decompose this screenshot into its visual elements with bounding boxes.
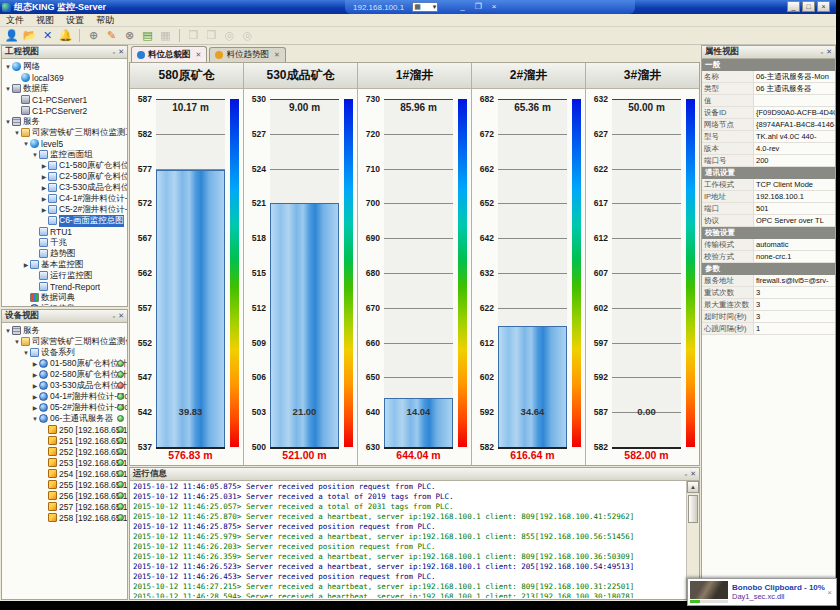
tree-expander-icon[interactable]: ▶: [40, 184, 48, 191]
tree-expander-icon[interactable]: ▶: [22, 261, 30, 268]
project-tree-item[interactable]: RTU1: [4, 226, 127, 237]
property-section[interactable]: 参数: [702, 263, 835, 275]
tree-expander-icon[interactable]: ▶: [31, 382, 39, 389]
project-tree-item[interactable]: ▶C4-1#溜井料位计-Mon: [4, 193, 127, 204]
menu-item-设置[interactable]: 设置: [66, 14, 84, 27]
device-tree-item[interactable]: 255 [192.168.65.15]: [4, 479, 127, 490]
project-tree-item[interactable]: ▼司家营铁矿三期料位监测工程-: [4, 127, 127, 138]
device-tree-item[interactable]: 252 [192.168.65.12]: [4, 446, 127, 457]
property-row[interactable]: 端口501: [702, 203, 835, 215]
tree-expander-icon[interactable]: ▼: [4, 64, 12, 70]
device-tree-item[interactable]: ▶01-580原矿仓料位计-Mon: [4, 358, 127, 369]
scroll-thumb[interactable]: [688, 495, 698, 523]
property-section[interactable]: 一般: [702, 59, 835, 71]
tree-expander-icon[interactable]: ▶: [31, 371, 39, 378]
property-row[interactable]: 超时时间(秒)3: [702, 311, 835, 323]
save-icon[interactable]: ▦: [158, 28, 173, 43]
device-tree-item[interactable]: 258 [192.168.65.18]: [4, 512, 127, 523]
notification-popup[interactable]: Bonobo Clipboard - 10% Day1_sec.xc.dll ×: [687, 578, 837, 606]
menu-item-文件[interactable]: 文件: [6, 14, 24, 27]
tree-expander-icon[interactable]: ▼: [31, 416, 39, 422]
project-tree-item[interactable]: C1-PCServer2: [4, 105, 127, 116]
panel-pin-icon[interactable]: ▫: [113, 49, 115, 56]
property-row[interactable]: 协议OPC Server over TL: [702, 215, 835, 227]
tab-料位趋势图[interactable]: 料位趋势图✕: [209, 47, 285, 62]
project-tree-item[interactable]: Trend-Report: [4, 281, 127, 292]
property-section[interactable]: 校验设置: [702, 227, 835, 239]
tab-close-icon[interactable]: ✕: [196, 51, 202, 59]
project-tree-item[interactable]: ▼数据库: [4, 83, 127, 94]
project-tree-item[interactable]: ▼level5: [4, 138, 127, 149]
user-connect-icon[interactable]: 👤: [4, 28, 19, 43]
edit-icon[interactable]: ✎: [104, 28, 119, 43]
device-tree-item[interactable]: 257 [192.168.65.17]: [4, 501, 127, 512]
project-tree-item[interactable]: ▼监控画面组: [4, 149, 127, 160]
device-tree-item[interactable]: ▼设备系列: [4, 347, 127, 358]
project-tree-item[interactable]: 数据词典: [4, 292, 127, 303]
tab-close-icon[interactable]: ✕: [274, 51, 280, 59]
device-tree-item[interactable]: ▼服务: [4, 325, 127, 336]
close-project-icon[interactable]: ✕: [40, 28, 55, 43]
tab-料位总貌图[interactable]: 料位总貌图✕: [131, 46, 207, 62]
mdi-close-button[interactable]: ×: [492, 3, 497, 11]
menu-item-帮助[interactable]: 帮助: [96, 14, 114, 27]
device-tree-item[interactable]: ▼司家营铁矿三期料位监测仪-: [4, 336, 127, 347]
property-row[interactable]: 型号TK.ahl v4.0C 440-: [702, 131, 835, 143]
panel-close-icon[interactable]: ✕: [118, 48, 124, 56]
project-tree-item[interactable]: local369: [4, 72, 127, 83]
remove-icon[interactable]: ⊗: [122, 28, 137, 43]
tree-expander-icon[interactable]: ▼: [22, 350, 30, 356]
device-tree-item[interactable]: ▶03-530成品仓料位计-Mon: [4, 380, 127, 391]
tree-expander-icon[interactable]: ▶: [40, 195, 48, 202]
tree-expander-icon[interactable]: ▶: [40, 173, 48, 180]
project-tree-item[interactable]: ▶C2-580原矿仓料位计-Mon: [4, 171, 127, 182]
project-tree-item[interactable]: ▶C5-2#溜井料位计-Mon: [4, 204, 127, 215]
tree-expander-icon[interactable]: ▼: [22, 141, 30, 147]
project-tree-item[interactable]: C6-画面监控总图: [4, 215, 127, 226]
title-bar[interactable]: 组态KING 监控-Server 192.168.100.1 ▦▾ _ ❐ × …: [0, 0, 836, 14]
project-tree-item[interactable]: C1-PCServer1: [4, 94, 127, 105]
popup-close-icon[interactable]: ×: [827, 588, 832, 597]
scroll-up-icon[interactable]: ▲: [687, 481, 699, 493]
tree-expander-icon[interactable]: ▶: [40, 162, 48, 169]
mdi-restore-button[interactable]: ❐: [475, 3, 482, 11]
property-row[interactable]: 名称06-主通讯服务器-Mon: [702, 71, 835, 83]
run-icon[interactable]: ◎: [222, 28, 237, 43]
property-row[interactable]: 类型06 主通讯服务器: [702, 83, 835, 95]
project-tree-item[interactable]: ▶C1-580原矿仓料位计-Mon: [4, 160, 127, 171]
add-icon[interactable]: ⊕: [86, 28, 101, 43]
monitor1-icon[interactable]: ❒: [186, 28, 201, 43]
device-tree-item[interactable]: ▼06-主通讯服务器: [4, 413, 127, 424]
project-tree-item[interactable]: ▼网络: [4, 61, 127, 72]
property-section[interactable]: 通讯设置: [702, 167, 835, 179]
tree-expander-icon[interactable]: ▶: [31, 360, 39, 367]
tree-expander-icon[interactable]: ▶: [40, 206, 48, 213]
tree-expander-icon[interactable]: ▼: [4, 86, 12, 92]
project-tree-item[interactable]: 运行信息: [4, 303, 127, 306]
property-row[interactable]: 重试次数3: [702, 287, 835, 299]
property-row[interactable]: 传输模式automatic: [702, 239, 835, 251]
connection-combo[interactable]: ▦▾: [412, 2, 438, 12]
panel-close-icon[interactable]: ✕: [118, 312, 124, 320]
mdi-minimize-button[interactable]: _: [460, 3, 464, 11]
monitor2-icon[interactable]: ❒: [204, 28, 219, 43]
project-tree-item[interactable]: ▶C3-530成品仓料位计-Mon: [4, 182, 127, 193]
stop-icon[interactable]: ◎: [240, 28, 255, 43]
tree-expander-icon[interactable]: ▼: [13, 130, 21, 136]
tree-expander-icon[interactable]: ▼: [31, 152, 39, 158]
device-tree-item[interactable]: ▶02-580原矿仓料位计-Mon: [4, 369, 127, 380]
device-tree-item[interactable]: 253 [192.168.65.13]: [4, 457, 127, 468]
panel-close-icon[interactable]: ✕: [826, 48, 832, 56]
alarm-icon[interactable]: 🔔: [58, 28, 73, 43]
property-row[interactable]: 工作模式TCP Client Mode: [702, 179, 835, 191]
tree-expander-icon[interactable]: ▶: [31, 393, 39, 400]
panel-pin-icon[interactable]: ▫: [821, 49, 823, 56]
device-tree-item[interactable]: 250 [192.168.65.10]: [4, 424, 127, 435]
close-button[interactable]: ×: [817, 1, 830, 12]
panel-pin-icon[interactable]: ▫: [113, 313, 115, 320]
property-row[interactable]: 版本4.0-rev: [702, 143, 835, 155]
project-tree-item[interactable]: 千兆: [4, 237, 127, 248]
property-row[interactable]: 校验方式none-crc.1: [702, 251, 835, 263]
project-tree-item[interactable]: ▶基本监控图: [4, 259, 127, 270]
property-row[interactable]: 设备ID{F09D90A0-ACFB-4D4C-: [702, 107, 835, 119]
